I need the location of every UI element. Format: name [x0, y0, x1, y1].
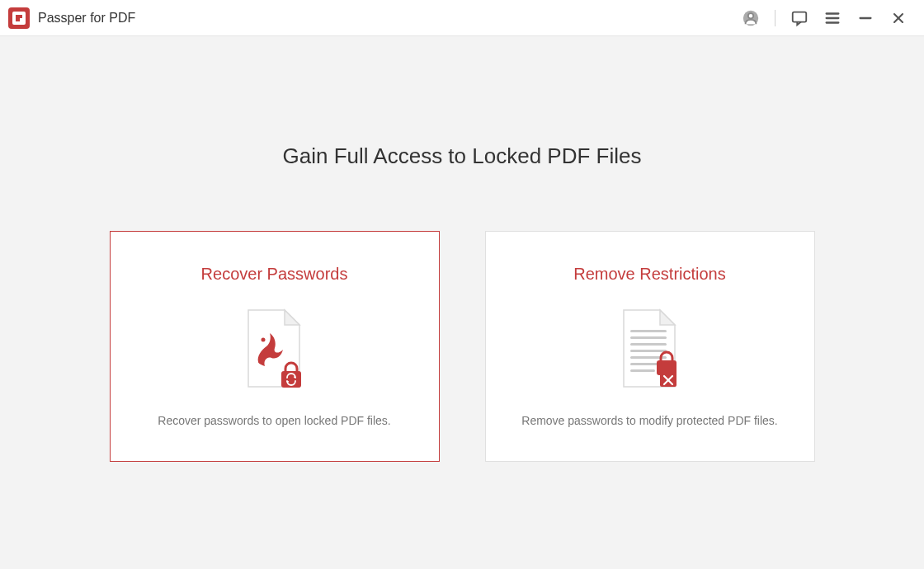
- menu-icon[interactable]: [823, 9, 842, 27]
- titlebar-left: Passper for PDF: [8, 7, 135, 29]
- svg-rect-15: [630, 330, 667, 332]
- svg-rect-21: [630, 369, 655, 372]
- feedback-icon[interactable]: [790, 9, 808, 27]
- page-title: Gain Full Access to Locked PDF Files: [283, 143, 642, 169]
- svg-point-5: [748, 13, 753, 18]
- main-content: Gain Full Access to Locked PDF Files Rec…: [0, 36, 924, 462]
- pdf-recover-icon: [242, 308, 308, 391]
- svg-rect-18: [630, 350, 667, 352]
- account-icon[interactable]: [742, 9, 760, 27]
- card-title: Recover Passwords: [201, 265, 348, 284]
- titlebar: Passper for PDF: [0, 0, 924, 36]
- remove-restrictions-card[interactable]: Remove Restrictions: [485, 231, 815, 462]
- card-title: Remove Restrictions: [573, 265, 726, 284]
- card-row: Recover Passwords: [110, 231, 815, 462]
- svg-point-13: [261, 338, 265, 342]
- svg-rect-17: [630, 343, 667, 346]
- pdf-remove-icon: [617, 308, 683, 391]
- recover-passwords-card[interactable]: Recover Passwords: [110, 231, 440, 462]
- svg-rect-3: [16, 15, 19, 21]
- app-logo-icon: [8, 7, 30, 29]
- app-title: Passper for PDF: [38, 11, 135, 26]
- svg-rect-6: [793, 12, 807, 21]
- svg-rect-16: [630, 336, 667, 339]
- card-description: Recover passwords to open locked PDF fil…: [158, 414, 390, 427]
- close-icon[interactable]: [889, 9, 908, 27]
- titlebar-right: [742, 9, 908, 27]
- titlebar-divider: [775, 10, 776, 26]
- minimize-icon[interactable]: [856, 9, 874, 27]
- card-description: Remove passwords to modify protected PDF…: [521, 414, 777, 427]
